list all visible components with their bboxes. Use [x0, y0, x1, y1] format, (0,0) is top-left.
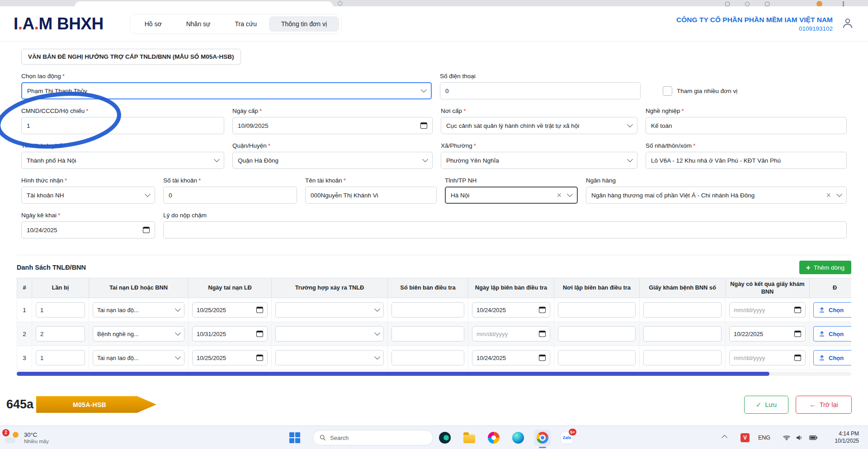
accident-list-section: Danh Sách TNLĐ/BNN + Thêm dòng # Lần bị … — [17, 255, 851, 370]
wifi-icon[interactable] — [783, 435, 790, 441]
accident-case-select[interactable] — [275, 326, 384, 341]
bookmark-star-icon[interactable] — [337, 0, 343, 6]
calendar-icon[interactable] — [420, 122, 427, 129]
form-title: VĂN BẢN ĐỀ NGHỊ HƯỞNG TRỢ CẤP TNLD/BNN (… — [21, 49, 241, 65]
accident-date-input[interactable]: 10/25/2025 — [192, 350, 268, 365]
late-reason-input[interactable] — [163, 221, 847, 239]
accident-case-select[interactable] — [275, 350, 384, 365]
logo-letter: A — [23, 14, 34, 33]
phone-input[interactable] — [440, 82, 641, 99]
weather-widget[interactable]: 2 30°C Nhiều mây — [5, 431, 49, 444]
report-place-input[interactable] — [558, 302, 636, 318]
account-number-input[interactable] — [163, 187, 297, 204]
nav-item-thong-tin-don-vi[interactable]: Thông tin đơn vị — [269, 16, 339, 32]
exam-result-date-input[interactable]: mm/dd/yyyy — [729, 350, 806, 365]
accident-type-select[interactable]: Bệnh nghề ng... — [93, 326, 184, 341]
report-date-input[interactable]: 10/24/2025 — [472, 302, 550, 318]
zalo-icon[interactable]: Zalo 5+ — [559, 430, 575, 446]
exam-result-date-input[interactable]: 10/22/2025 — [729, 326, 806, 341]
calendar-icon[interactable] — [256, 355, 263, 361]
field-label-ten-tai-khoan: Tên tài khoản* — [305, 177, 437, 184]
accident-type-select[interactable]: Tai nạn lao độ... — [93, 302, 184, 318]
horizontal-scrollbar[interactable] — [17, 372, 851, 376]
browser-download-icon[interactable] — [745, 2, 750, 6]
exam-paper-input[interactable] — [643, 302, 722, 318]
choose-file-button[interactable]: Chọn — [813, 302, 851, 318]
report-place-input[interactable] — [558, 326, 636, 341]
issue-place-select[interactable]: Cục cảnh sát quản lý hành chính về trật … — [441, 117, 637, 134]
account-name-input[interactable] — [305, 187, 437, 204]
nav-item-nhan-su[interactable]: Nhân sự — [174, 16, 223, 32]
report-place-input[interactable] — [558, 350, 636, 365]
choose-file-button[interactable]: Chọn — [813, 350, 851, 365]
district-select[interactable]: Quận Hà Đông — [232, 152, 433, 169]
taskbar-search[interactable]: Search — [313, 430, 433, 445]
col-header-ngay-ket-qua: Ngày có kết quả giấy khám BNN — [726, 278, 810, 298]
accident-case-select[interactable] — [275, 302, 384, 318]
choose-file-button[interactable]: Chọn — [813, 326, 851, 341]
report-date-input[interactable]: 10/24/2025 — [472, 350, 550, 365]
report-number-input[interactable] — [392, 326, 464, 341]
report-number-input[interactable] — [392, 302, 464, 318]
calendar-icon[interactable] — [794, 355, 801, 361]
occupation-input[interactable] — [646, 117, 847, 134]
browser-menu-icon[interactable] — [843, 1, 844, 3]
ward-select[interactable]: Phường Yên Nghĩa — [441, 152, 637, 169]
save-button[interactable]: ✓ Lưu — [744, 396, 788, 414]
app-icon-teal[interactable] — [437, 430, 453, 446]
employee-select[interactable]: Phạm Thị Thanh Thủy — [21, 82, 432, 99]
user-profile-icon[interactable] — [841, 16, 854, 32]
calendar-icon[interactable] — [256, 307, 263, 313]
tray-vietkey-icon[interactable]: V — [741, 433, 750, 442]
payment-method-select[interactable]: Tài khoản NH — [21, 187, 155, 204]
back-button[interactable]: ← Trở lại — [796, 396, 852, 414]
tray-language[interactable]: ENG — [758, 435, 770, 441]
accident-type-select[interactable]: Tai nạn lao độ... — [93, 350, 184, 365]
bank-province-select[interactable]: Hà Nội × — [445, 187, 578, 204]
chrome-icon[interactable] — [534, 430, 551, 446]
extensions-puzzle-icon[interactable] — [725, 2, 730, 6]
id-number-input[interactable] — [21, 117, 224, 134]
declaration-date-input[interactable]: 10/24/2025 — [21, 221, 155, 239]
exam-result-date-input[interactable]: mm/dd/yyyy — [729, 302, 806, 318]
calendar-icon[interactable] — [143, 227, 150, 233]
issue-date-input[interactable]: 10/09/2025 — [232, 117, 433, 134]
address-bar[interactable] — [75, 1, 333, 6]
report-date-input[interactable]: mm/dd/yyyy — [472, 326, 550, 341]
volume-icon[interactable] — [796, 435, 803, 441]
accident-date-input[interactable]: 10/25/2025 — [192, 302, 268, 318]
exam-paper-input[interactable] — [643, 326, 722, 341]
calendar-icon[interactable] — [539, 355, 546, 361]
calendar-icon[interactable] — [539, 331, 546, 337]
edge-icon[interactable] — [510, 430, 526, 446]
battery-icon[interactable] — [809, 435, 817, 440]
tray-chevron-up-icon[interactable] — [722, 436, 726, 440]
report-number-input[interactable] — [392, 350, 464, 365]
calendar-icon[interactable] — [539, 307, 546, 313]
nav-item-ho-so[interactable]: Hồ sơ — [132, 16, 174, 32]
add-row-button[interactable]: + Thêm dòng — [799, 261, 851, 274]
accident-date-input[interactable]: 10/31/2025 — [192, 326, 268, 341]
bank-select[interactable]: Ngân hàng thương mai cổ phần Việt Á - Ch… — [586, 187, 847, 204]
clear-icon[interactable]: × — [557, 191, 561, 199]
times-input[interactable] — [36, 302, 85, 318]
browser-sidebar-icon[interactable] — [765, 2, 769, 6]
scrollbar-thumb[interactable] — [17, 372, 769, 376]
start-button-icon[interactable] — [289, 432, 300, 443]
multi-unit-checkbox[interactable] — [663, 86, 672, 96]
exam-paper-input[interactable] — [643, 350, 722, 365]
times-input[interactable] — [36, 350, 85, 365]
calendar-icon[interactable] — [794, 331, 801, 337]
calendar-icon[interactable] — [256, 331, 263, 337]
clear-icon[interactable]: × — [826, 191, 831, 199]
calendar-icon[interactable] — [794, 307, 801, 313]
times-input[interactable] — [36, 326, 85, 341]
clock-widget[interactable]: 4:14 PM 10/1/2025 — [835, 430, 859, 444]
photos-icon[interactable] — [486, 430, 502, 446]
address-input[interactable] — [646, 152, 847, 169]
app-logo[interactable]: I.A.MBHXH — [14, 14, 104, 33]
province-select[interactable]: Thành phố Hà Nội — [21, 152, 224, 169]
browser-profile-avatar[interactable] — [816, 1, 822, 6]
file-explorer-icon[interactable] — [461, 430, 477, 446]
nav-item-tra-cuu[interactable]: Tra cứu — [222, 16, 269, 32]
